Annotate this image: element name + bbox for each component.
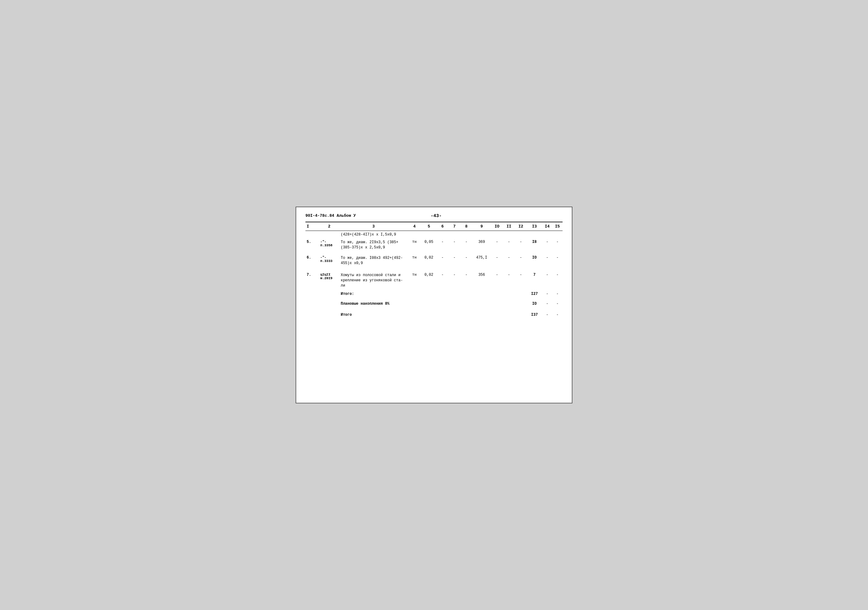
itogo-row-1: Итого: I27 - - bbox=[305, 290, 563, 297]
row-col1 bbox=[305, 231, 319, 238]
itogo2-val15: - bbox=[552, 310, 563, 318]
row-val13-7: 7 bbox=[527, 271, 542, 290]
col-header-4: 4 bbox=[408, 222, 421, 231]
row-col2 bbox=[319, 231, 339, 238]
itogo-val14-1: - bbox=[542, 290, 552, 297]
plan-row: Плановые накопления 8% IO - - bbox=[305, 300, 563, 307]
row-val6-5: - bbox=[437, 238, 448, 251]
row-val15-7: - bbox=[552, 271, 563, 290]
table-header-row: I 2 3 4 5 6 7 8 9 IO II I2 I3 I4 I5 bbox=[305, 222, 563, 231]
plan-spacer8 bbox=[460, 300, 473, 307]
row-val10-6: - bbox=[491, 254, 503, 267]
itogo-spacer1 bbox=[305, 290, 319, 297]
col-header-3: 3 bbox=[339, 222, 408, 231]
itogo2-spacer11 bbox=[503, 310, 515, 318]
row-val6-7: - bbox=[437, 271, 448, 290]
row-val5-5: 0,05 bbox=[421, 238, 437, 251]
plan-spacer10 bbox=[491, 300, 503, 307]
page-number: -43- bbox=[356, 214, 516, 218]
itogo2-spacer1 bbox=[305, 310, 319, 318]
plan-spacer9 bbox=[473, 300, 491, 307]
row-col5 bbox=[421, 231, 437, 238]
row-col13 bbox=[527, 231, 542, 238]
row-val7-7: - bbox=[448, 271, 460, 290]
row-number-5: 5. bbox=[305, 238, 319, 251]
itogo2-spacer8 bbox=[460, 310, 473, 318]
itogo-spacer10 bbox=[491, 290, 503, 297]
row-col7 bbox=[448, 231, 460, 238]
spacer-row bbox=[305, 267, 563, 271]
col-header-11: II bbox=[503, 222, 515, 231]
plan-spacer5 bbox=[421, 300, 437, 307]
row-val11-7: - bbox=[503, 271, 515, 290]
plan-val14: - bbox=[542, 300, 552, 307]
row-val12-5: - bbox=[515, 238, 527, 251]
itogo2-spacer2 bbox=[319, 310, 339, 318]
itogo2-spacer6 bbox=[437, 310, 448, 318]
itogo2-spacer9 bbox=[473, 310, 491, 318]
itogo2-spacer4 bbox=[408, 310, 421, 318]
row-val14-6: - bbox=[542, 254, 552, 267]
plan-spacer6 bbox=[437, 300, 448, 307]
itogo2-spacer7 bbox=[448, 310, 460, 318]
row-val7-6: - bbox=[448, 254, 460, 267]
itogo2-val14: - bbox=[542, 310, 552, 318]
itogo2-spacer5 bbox=[421, 310, 437, 318]
itogo-spacer6 bbox=[437, 290, 448, 297]
row-col10 bbox=[491, 231, 503, 238]
col-header-6: 6 bbox=[437, 222, 448, 231]
row-desc-6: То же, диам. I08х3 492+(492-455)х х0,9 bbox=[339, 254, 408, 267]
row-val14-5: - bbox=[542, 238, 552, 251]
plan-val15: - bbox=[552, 300, 563, 307]
row-val11-6: - bbox=[503, 254, 515, 267]
itogo2-spacer10 bbox=[491, 310, 503, 318]
spacer-row bbox=[305, 307, 563, 310]
col-header-5: 5 bbox=[421, 222, 437, 231]
row-val5-7: 0,02 bbox=[421, 271, 437, 290]
row-col14 bbox=[542, 231, 552, 238]
itogo-spacer9 bbox=[473, 290, 491, 297]
row-val15-6: - bbox=[552, 254, 563, 267]
itogo-spacer12 bbox=[515, 290, 527, 297]
row-col6 bbox=[437, 231, 448, 238]
col-header-13: I3 bbox=[527, 222, 542, 231]
table-row: 7. цIцII м.20I9 Хомуты из полосовой стал… bbox=[305, 271, 563, 290]
itogo2-spacer12 bbox=[515, 310, 527, 318]
row-val10-7: - bbox=[491, 271, 503, 290]
row-val7-5: - bbox=[448, 238, 460, 251]
row-val12-7: - bbox=[515, 271, 527, 290]
table-row: 6. -"- п.3333 То же, диам. I08х3 492+(49… bbox=[305, 254, 563, 267]
row-col9 bbox=[473, 231, 491, 238]
row-number-7: 7. bbox=[305, 271, 319, 290]
col-header-12: I2 bbox=[515, 222, 527, 231]
col-header-2: 2 bbox=[319, 222, 339, 231]
plan-spacer11 bbox=[503, 300, 515, 307]
row-subref-6: -"- п.3333 bbox=[319, 254, 339, 267]
row-desc-7: Хомуты из полосовой стали и крепление из… bbox=[339, 271, 408, 290]
table-row: (428+(428-4I7)x x I,5x0,9 bbox=[305, 231, 563, 238]
row-val9-6: 475,I bbox=[473, 254, 491, 267]
itogo-spacer8 bbox=[460, 290, 473, 297]
plan-val13: IO bbox=[527, 300, 542, 307]
itogo-spacer2 bbox=[319, 290, 339, 297]
row-unit-6: тн bbox=[408, 254, 421, 267]
row-val8-5: - bbox=[460, 238, 473, 251]
doc-reference: 90I-4-78c.84 Альбом У bbox=[305, 214, 356, 218]
col-header-15: I5 bbox=[552, 222, 563, 231]
col-header-10: IO bbox=[491, 222, 503, 231]
document-page: 90I-4-78c.84 Альбом У -43- I 2 3 4 5 6 7… bbox=[296, 207, 572, 403]
row-unit-5: тн bbox=[408, 238, 421, 251]
plan-spacer12 bbox=[515, 300, 527, 307]
plan-spacer1 bbox=[305, 300, 319, 307]
row-val9-5: 369 bbox=[473, 238, 491, 251]
row-number-6: 6. bbox=[305, 254, 319, 267]
plan-spacer4 bbox=[408, 300, 421, 307]
itogo-val15-1: - bbox=[552, 290, 563, 297]
plan-label: Плановые накопления 8% bbox=[339, 300, 408, 307]
itogo-row-2: Итого I37 - - bbox=[305, 310, 563, 318]
row-val13-6: IO bbox=[527, 254, 542, 267]
row-col15 bbox=[552, 231, 563, 238]
row-val5-6: 0,02 bbox=[421, 254, 437, 267]
row-val15-5: - bbox=[552, 238, 563, 251]
row-val8-7: - bbox=[460, 271, 473, 290]
